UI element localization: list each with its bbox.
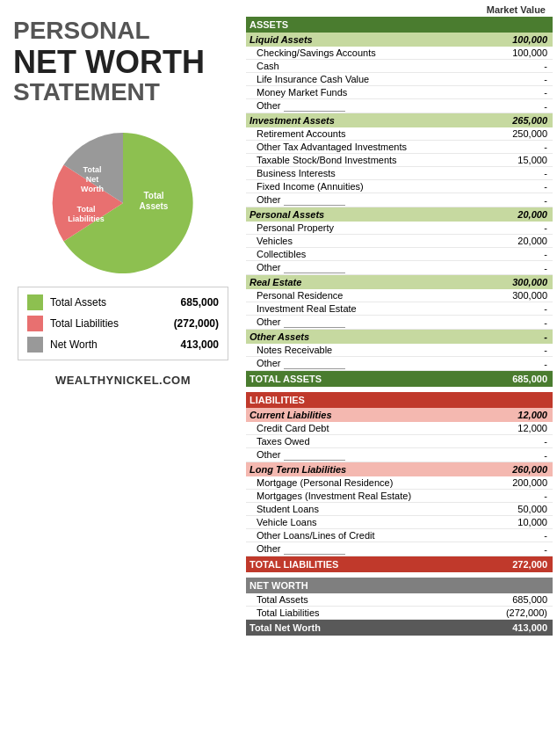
svg-text:Assets: Assets: [140, 201, 169, 211]
svg-text:Total: Total: [77, 205, 96, 214]
row-fixed-income: Fixed Income (Annuities) -: [246, 180, 553, 193]
legend-item-assets: Total Assets 685,000: [27, 294, 219, 310]
assets-section-header: ASSETS: [246, 17, 553, 33]
row-investment-re: Investment Real Estate -: [246, 302, 553, 316]
left-panel: PERSONAL NET WORTH STATEMENT: [0, 0, 246, 640]
liquid-assets-header: Liquid Assets 100,000: [246, 33, 553, 47]
row-curr-other: Other -: [246, 448, 553, 462]
row-nw-total-liabilities: Total Liabilities (272,000): [246, 607, 553, 620]
title-networth: NET WORTH: [13, 45, 233, 80]
total-net-worth-row: Total Net Worth 413,000: [246, 620, 553, 636]
real-estate-header: Real Estate 300,000: [246, 275, 553, 290]
legend-label-networth: Net Worth: [50, 338, 166, 351]
personal-assets-header: Personal Assets 20,000: [246, 207, 553, 222]
row-vehicle-loans: Vehicle Loans 10,000: [246, 516, 553, 529]
right-panel: Market Value ASSETS Liquid Assets 100,00…: [246, 0, 557, 640]
assets-color-box: [27, 294, 43, 310]
liabilities-table: LIABILITIES Current Liabilities 12,000 C…: [246, 392, 553, 572]
legend-value-networth: 413,000: [166, 338, 219, 351]
legend-item-networth: Net Worth 413,000: [27, 337, 219, 353]
legend: Total Assets 685,000 Total Liabilities (…: [18, 287, 228, 360]
legend-label-liabilities: Total Liabilities: [50, 317, 166, 330]
row-lt-other: Other -: [246, 542, 553, 556]
net-worth-table: NET WORTH Total Assets 685,000 Total Lia…: [246, 578, 553, 636]
networth-color-box: [27, 337, 43, 353]
liabilities-color-box: [27, 316, 43, 331]
legend-value-liabilities: (272,000): [166, 317, 219, 330]
svg-text:Net: Net: [86, 175, 99, 184]
row-notes-receivable: Notes Receivable -: [246, 344, 553, 357]
row-life-insurance: Life Insurance Cash Value -: [246, 73, 553, 86]
longterm-liab-header: Long Term Liabilities 260,000: [246, 462, 553, 477]
legend-item-liabilities: Total Liabilities (272,000): [27, 316, 219, 331]
assets-table: ASSETS Liquid Assets 100,000 Checking/Sa…: [246, 17, 553, 387]
row-cash: Cash -: [246, 60, 553, 73]
row-re-other: Other -: [246, 316, 553, 330]
row-personal-residence: Personal Residence 300,000: [246, 289, 553, 302]
row-retirement: Retirement Accounts 250,000: [246, 127, 553, 141]
row-inv-other: Other -: [246, 193, 553, 207]
row-personal-other: Other -: [246, 261, 553, 275]
net-worth-section-header: NET WORTH: [246, 578, 553, 593]
current-liab-header: Current Liabilities 12,000: [246, 408, 553, 422]
row-taxable-stock: Taxable Stock/Bond Investments 15,000: [246, 154, 553, 167]
row-mortgage-investment: Mortgages (Investment Real Estate) -: [246, 490, 553, 503]
total-assets-row: TOTAL ASSETS 685,000: [246, 371, 553, 388]
row-money-market: Money Market Funds -: [246, 86, 553, 99]
row-personal-property: Personal Property -: [246, 222, 553, 235]
row-student-loans: Student Loans 50,000: [246, 503, 553, 516]
row-nw-total-assets: Total Assets 685,000: [246, 593, 553, 607]
row-other-tax: Other Tax Advantaged Investments -: [246, 141, 553, 154]
liabilities-section-header: LIABILITIES: [246, 392, 553, 408]
title-block: PERSONAL NET WORTH STATEMENT: [13, 18, 233, 106]
title-statement: STATEMENT: [13, 79, 233, 106]
investment-assets-header: Investment Assets 265,000: [246, 113, 553, 128]
legend-label-assets: Total Assets: [50, 296, 166, 309]
svg-text:Liabilities: Liabilities: [68, 214, 105, 223]
website-label: WEALTHYNICKEL.COM: [13, 374, 233, 387]
svg-text:Total: Total: [143, 191, 163, 200]
row-vehicles: Vehicles 20,000: [246, 235, 553, 248]
row-credit-card: Credit Card Debt 12,000: [246, 422, 553, 435]
market-value-header: Market Value: [246, 4, 553, 17]
row-collectibles: Collectibles -: [246, 248, 553, 261]
other-assets-header: Other Assets -: [246, 330, 553, 345]
total-liabilities-row: TOTAL LIABILITIES 272,000: [246, 556, 553, 573]
pie-chart: Total Assets Total Liabilities Total Net…: [26, 120, 220, 278]
row-taxes-owed: Taxes Owed -: [246, 435, 553, 448]
row-mortgage-personal: Mortgage (Personal Residence) 200,000: [246, 476, 553, 490]
title-personal: PERSONAL: [13, 18, 233, 45]
svg-text:Worth: Worth: [81, 185, 104, 193]
legend-value-assets: 685,000: [166, 296, 219, 309]
row-liquid-other: Other -: [246, 99, 553, 113]
svg-text:Total: Total: [83, 165, 102, 174]
row-checking-savings: Checking/Savings Accounts 100,000: [246, 47, 553, 60]
row-oa-other: Other -: [246, 357, 553, 371]
row-other-loans: Other Loans/Lines of Credit -: [246, 529, 553, 542]
row-business: Business Interests -: [246, 167, 553, 180]
